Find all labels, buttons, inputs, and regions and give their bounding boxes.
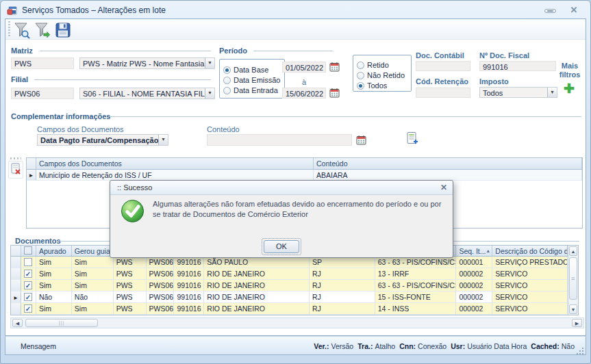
table-cell: Sim bbox=[36, 303, 72, 315]
grid-mini-toolbar bbox=[7, 157, 25, 179]
radio-nao-retido[interactable]: Não Retido bbox=[357, 68, 405, 78]
documentos-grid-body: SimSimPWSPWS06991016SÃO PAULOSP63 - 63 -… bbox=[11, 257, 568, 315]
doc-contabil-label: Doc. Contábil bbox=[416, 51, 464, 60]
column-header[interactable]: Conteúdo bbox=[314, 158, 582, 169]
checkbox-checked-icon[interactable]: ✓ bbox=[24, 304, 32, 313]
filial-rule bbox=[34, 79, 211, 80]
resize-grip-icon[interactable] bbox=[577, 346, 584, 353]
filter-search-button[interactable] bbox=[12, 21, 32, 39]
checkbox-unchecked-icon[interactable] bbox=[24, 258, 32, 266]
vscroll-thumb[interactable] bbox=[569, 257, 577, 300]
calendar-icon[interactable] bbox=[329, 62, 340, 72]
scroll-left-icon[interactable]: ◀ bbox=[12, 319, 23, 327]
minimize-button[interactable] bbox=[542, 6, 559, 16]
filial-code-field[interactable]: PWS06 bbox=[11, 88, 74, 99]
plus-icon[interactable]: ✚ bbox=[564, 83, 575, 94]
table-cell: Sim bbox=[72, 303, 114, 315]
table-cell: 991016 bbox=[174, 257, 204, 268]
checkbox-unchecked-icon[interactable] bbox=[24, 246, 32, 255]
close-button[interactable]: ✕ bbox=[566, 5, 582, 14]
radio-todos[interactable]: Todos bbox=[357, 79, 387, 88]
date-to-field[interactable]: 15/06/2022 bbox=[282, 88, 326, 99]
conteudo-label: Conteúdo bbox=[207, 125, 240, 133]
vertical-scrollbar[interactable]: ▲ ▼ bbox=[568, 246, 578, 315]
row-checkbox-cell bbox=[21, 257, 36, 268]
campos-documentos-combo[interactable]: Data Pagto Fatura/Compensação bbox=[37, 134, 168, 146]
table-cell: 991016 bbox=[174, 268, 204, 280]
table-row[interactable]: ✓SimSimPWSPWS06991016RIO DE JANEIRORJ63 … bbox=[11, 280, 568, 291]
row-selector bbox=[11, 268, 21, 280]
table-cell: RJ bbox=[310, 303, 375, 315]
save-button[interactable] bbox=[53, 21, 73, 39]
table-cell: 000001 bbox=[456, 257, 492, 268]
table-cell: Município de Retenção do ISS / UF bbox=[36, 170, 314, 181]
status-label: Cached: bbox=[531, 342, 559, 350]
title-bar[interactable]: Serviços Tomados – Alterações em lote ✕ bbox=[1, 1, 590, 18]
selector-header bbox=[27, 158, 36, 169]
scroll-up-icon[interactable]: ▲ bbox=[569, 246, 577, 256]
calendar-icon[interactable] bbox=[356, 135, 366, 145]
ok-button[interactable]: OK bbox=[264, 240, 299, 253]
minimize-icon bbox=[544, 9, 556, 13]
table-cell: RJ bbox=[310, 291, 375, 303]
filial-combo[interactable]: S06 - FILIAL - NOME FANTASIA FILIAL PWS0… bbox=[79, 88, 215, 99]
date-from-field[interactable]: 01/05/2022 bbox=[282, 62, 326, 73]
doc-contabil-field[interactable] bbox=[416, 61, 470, 71]
column-header[interactable]: Gerou guia? bbox=[72, 246, 114, 256]
table-cell: RJ bbox=[310, 268, 375, 280]
table-cell: PWS06 bbox=[147, 280, 175, 291]
cod-retencao-field[interactable] bbox=[416, 88, 470, 98]
chevron-down-icon[interactable] bbox=[205, 88, 215, 99]
filter-apply-button[interactable] bbox=[33, 21, 52, 39]
table-cell: RIO DE JANEIRO bbox=[204, 280, 310, 291]
imposto-combo[interactable]: Todos bbox=[479, 87, 557, 98]
checkbox-checked-icon[interactable]: ✓ bbox=[24, 293, 32, 301]
table-row[interactable]: ►✓NãoNãoPWSPWS06991016RIO DE JANEIRORJ15… bbox=[11, 291, 568, 303]
chevron-down-icon[interactable] bbox=[158, 134, 168, 146]
table-cell: Sim bbox=[36, 268, 72, 280]
table-cell: SÃO PAULO bbox=[204, 257, 310, 268]
dialog-close-button[interactable]: ✕ bbox=[440, 183, 447, 192]
dialog-message: Algumas alterações não foram efetuadas d… bbox=[153, 199, 449, 220]
scroll-right-icon[interactable]: ▶ bbox=[572, 319, 582, 327]
column-header[interactable]: Campos dos Documentos bbox=[36, 158, 314, 169]
matriz-code-field[interactable]: PWS bbox=[11, 57, 74, 69]
status-label: Usr: bbox=[451, 342, 465, 350]
drag-dots-icon bbox=[10, 157, 21, 159]
radio-retido[interactable]: Retido bbox=[357, 58, 389, 68]
table-cell: 15 - ISS-FONTE bbox=[375, 291, 457, 303]
hscroll-thumb[interactable] bbox=[25, 319, 98, 327]
table-row[interactable]: ► Município de Retenção do ISS / UF ABAI… bbox=[27, 170, 582, 181]
table-row[interactable]: ✓SimSimPWSPWS06991016RIO DE JANEIRORJ14 … bbox=[11, 303, 568, 315]
chevron-down-icon[interactable] bbox=[205, 57, 215, 69]
calendar-icon[interactable] bbox=[329, 88, 340, 98]
column-header[interactable]: Seq. It...▲ bbox=[456, 246, 492, 256]
radio-data-entrada[interactable]: Data Entrada bbox=[223, 83, 278, 93]
floppy-disk-icon bbox=[54, 21, 72, 39]
radio-data-base[interactable]: Data Base bbox=[223, 63, 268, 73]
dialog-title-bar[interactable]: :: Sucesso ✕ bbox=[110, 181, 453, 195]
checkbox-checked-icon[interactable]: ✓ bbox=[24, 281, 32, 289]
date-range-separator: à bbox=[302, 78, 306, 86]
column-header[interactable]: Descrição do Código do F bbox=[492, 246, 568, 256]
num-doc-fiscal-field[interactable]: 991016 bbox=[479, 61, 556, 71]
table-row[interactable]: ✓SimSimPWSPWS06991016RIO DE JANEIRORJ13 … bbox=[11, 268, 568, 280]
matriz-combo[interactable]: PWS - Matriz PWS - Nome Fantasia Matriz … bbox=[79, 57, 215, 69]
add-to-list-button[interactable] bbox=[405, 131, 419, 148]
select-all-header[interactable] bbox=[21, 246, 36, 256]
column-header[interactable]: Apurado bbox=[36, 246, 72, 256]
chevron-down-icon[interactable] bbox=[547, 87, 557, 98]
remove-row-button[interactable] bbox=[8, 161, 23, 179]
table-cell: PWS bbox=[114, 303, 147, 315]
conteudo-field[interactable] bbox=[207, 134, 352, 146]
toolbar-grip[interactable] bbox=[8, 21, 10, 37]
horizontal-scrollbar[interactable]: ◀ ▶ bbox=[10, 317, 584, 328]
row-checkbox-cell: ✓ bbox=[21, 303, 36, 315]
status-value: Versão bbox=[331, 342, 354, 350]
checkbox-checked-icon[interactable]: ✓ bbox=[24, 270, 32, 278]
scroll-down-icon[interactable]: ▼ bbox=[569, 304, 577, 314]
table-row[interactable]: SimSimPWSPWS06991016SÃO PAULOSP63 - 63 -… bbox=[11, 257, 568, 268]
row-selector bbox=[11, 280, 21, 291]
row-selector bbox=[11, 303, 21, 315]
radio-data-emissao[interactable]: Data Emissão bbox=[223, 73, 280, 83]
